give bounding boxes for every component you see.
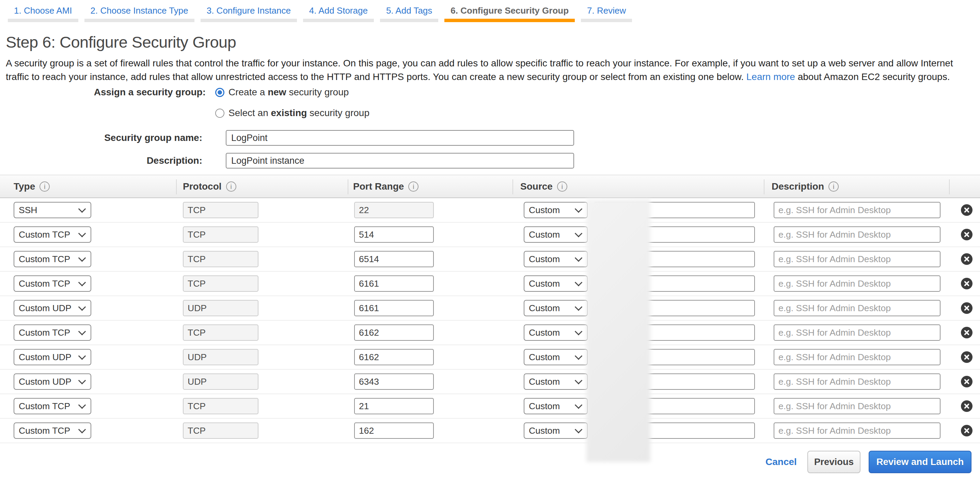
rule-description-input[interactable]	[774, 275, 940, 292]
radio-select-existing-group[interactable]: Select an existing security group	[215, 107, 369, 119]
port-range-input[interactable]	[354, 226, 434, 243]
delete-rule-button[interactable]	[961, 425, 972, 436]
rule-type-select[interactable]: Custom UDP Rule	[14, 374, 91, 390]
cancel-link[interactable]: Cancel	[765, 451, 797, 473]
protocol-input	[183, 202, 258, 218]
source-select[interactable]: Custom	[524, 275, 588, 292]
security-rule-row: Custom TCP Rule Custom	[0, 321, 980, 345]
learn-more-link[interactable]: Learn more	[746, 72, 795, 82]
radio-selected-icon[interactable]	[215, 88, 224, 97]
delete-rule-button[interactable]	[961, 278, 972, 289]
source-select[interactable]: Custom	[524, 226, 588, 243]
rule-type-select[interactable]: Custom TCP Rule	[14, 251, 91, 267]
source-select[interactable]: Custom	[524, 324, 588, 341]
rules-table-body: SSH Custom Custom TCP Rule Custom Custom…	[0, 198, 980, 443]
tab-review[interactable]: 7. Review	[581, 5, 632, 22]
port-range-input[interactable]	[354, 251, 434, 267]
port-range-input[interactable]	[354, 300, 434, 316]
chevron-down-icon	[78, 426, 86, 433]
chevron-down-icon	[575, 278, 582, 286]
configure-security-group-page: 1. Choose AMI 2. Choose Instance Type 3.…	[0, 0, 980, 480]
source-select[interactable]: Custom	[524, 300, 588, 316]
info-icon[interactable]: i	[829, 181, 839, 192]
assign-security-group-section: Assign a security group: Create a new se…	[0, 86, 369, 128]
info-icon[interactable]: i	[408, 181, 418, 192]
chevron-down-icon	[78, 352, 86, 360]
source-select[interactable]: Custom	[524, 374, 588, 390]
rule-description-input[interactable]	[774, 226, 940, 243]
page-title: Step 6: Configure Security Group	[6, 33, 236, 51]
tab-choose-ami[interactable]: 1. Choose AMI	[8, 5, 78, 22]
security-rule-row: Custom UDP Rule Custom	[0, 345, 980, 370]
info-icon[interactable]: i	[557, 181, 567, 192]
rule-type-select[interactable]: Custom TCP Rule	[14, 398, 91, 414]
rule-description-input[interactable]	[774, 374, 940, 390]
column-header-type: Typei	[14, 181, 50, 192]
description-input[interactable]	[226, 153, 574, 168]
port-range-input[interactable]	[354, 423, 434, 439]
rule-description-input[interactable]	[774, 324, 940, 341]
tab-add-tags[interactable]: 5. Add Tags	[380, 5, 438, 22]
port-range-input[interactable]	[354, 349, 434, 365]
info-icon[interactable]: i	[40, 181, 50, 192]
delete-rule-button[interactable]	[961, 327, 972, 339]
port-range-input[interactable]	[354, 374, 434, 390]
info-icon[interactable]: i	[226, 181, 236, 192]
port-range-input[interactable]	[354, 275, 434, 292]
delete-rule-button[interactable]	[961, 376, 972, 388]
chevron-down-icon	[575, 352, 582, 360]
delete-rule-button[interactable]	[961, 229, 972, 240]
radio-unselected-icon[interactable]	[215, 109, 224, 118]
chevron-down-icon	[78, 229, 86, 237]
chevron-down-icon	[575, 377, 582, 384]
port-range-input[interactable]	[354, 398, 434, 414]
source-select[interactable]: Custom	[524, 423, 588, 439]
security-rule-row: Custom UDP Rule Custom	[0, 370, 980, 394]
protocol-input	[183, 226, 258, 243]
rule-type-select[interactable]: Custom TCP Rule	[14, 226, 91, 243]
rule-description-input[interactable]	[774, 300, 940, 316]
source-select[interactable]: Custom	[524, 349, 588, 365]
rule-description-input[interactable]	[774, 349, 940, 365]
tab-configure-security-group[interactable]: 6. Configure Security Group	[444, 5, 575, 22]
source-select[interactable]: Custom	[524, 398, 588, 414]
protocol-input	[183, 374, 258, 390]
protocol-input	[183, 251, 258, 267]
rule-type-select[interactable]: Custom UDP Rule	[14, 349, 91, 365]
delete-rule-button[interactable]	[961, 351, 972, 363]
chevron-down-icon	[78, 401, 86, 409]
column-header-port-range: Port Rangei	[353, 181, 418, 192]
rule-description-input[interactable]	[774, 251, 940, 267]
column-header-description: Descriptioni	[772, 181, 839, 192]
rule-type-select[interactable]: Custom UDP Rule	[14, 300, 91, 316]
source-select[interactable]: Custom	[524, 251, 588, 267]
column-divider	[512, 180, 513, 194]
previous-button[interactable]: Previous	[807, 451, 861, 473]
port-range-input[interactable]	[354, 324, 434, 341]
security-group-name-label: Security group name:	[0, 132, 202, 143]
protocol-input	[183, 300, 258, 316]
rule-type-select[interactable]: Custom TCP Rule	[14, 275, 91, 292]
source-select[interactable]: Custom	[524, 202, 588, 218]
delete-rule-button[interactable]	[961, 253, 972, 265]
rule-type-select[interactable]: Custom TCP Rule	[14, 324, 91, 341]
tab-choose-instance-type[interactable]: 2. Choose Instance Type	[84, 5, 194, 22]
chevron-down-icon	[78, 278, 86, 286]
tab-configure-instance[interactable]: 3. Configure Instance	[200, 5, 297, 22]
review-and-launch-button[interactable]: Review and Launch	[869, 451, 972, 473]
delete-rule-button[interactable]	[961, 401, 972, 412]
delete-rule-button[interactable]	[961, 204, 972, 216]
security-rule-row: Custom TCP Rule Custom	[0, 394, 980, 419]
security-group-name-input[interactable]	[226, 130, 574, 146]
security-rule-row: Custom TCP Rule Custom	[0, 247, 980, 272]
rule-description-input[interactable]	[774, 398, 940, 414]
delete-rule-button[interactable]	[961, 302, 972, 314]
rule-description-input[interactable]	[774, 423, 940, 439]
tab-add-storage[interactable]: 4. Add Storage	[303, 5, 374, 22]
rule-type-select[interactable]: SSH	[14, 202, 91, 218]
rules-table-header: Typei Protocoli Port Rangei Sourcei Desc…	[0, 175, 980, 198]
security-rule-row: Custom TCP Rule Custom	[0, 223, 980, 247]
radio-create-new-group[interactable]: Create a new security group	[215, 86, 369, 98]
rule-type-select[interactable]: Custom TCP Rule	[14, 423, 91, 439]
rule-description-input[interactable]	[774, 202, 940, 218]
